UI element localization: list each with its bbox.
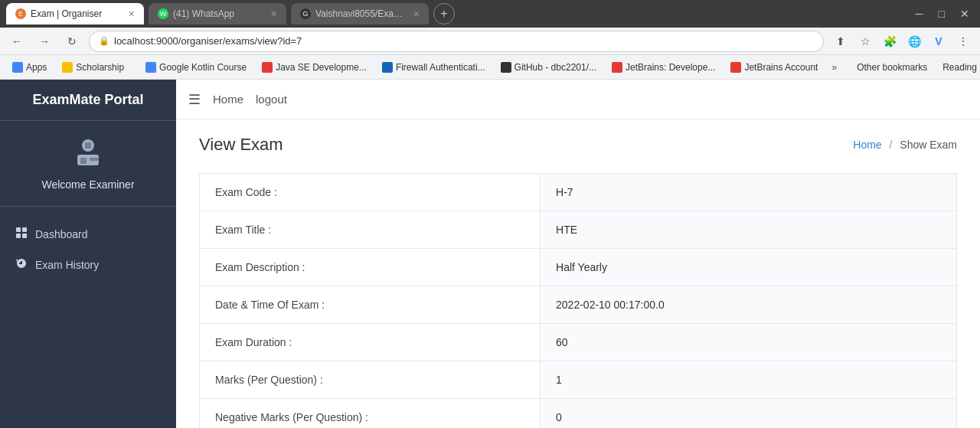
dashboard-label: Dashboard (35, 228, 88, 240)
tab-whatsapp[interactable]: W (41) WhatsApp ✕ (149, 3, 286, 25)
sidebar-user: Welcome Examiner (0, 121, 176, 207)
url-text: localhost:9000/organiser/exams/view?id=7 (114, 35, 302, 47)
translate-icon[interactable]: 🌐 (903, 31, 925, 52)
minimize-button[interactable]: ─ (911, 6, 928, 21)
window-controls: ─ □ ✕ (911, 6, 974, 21)
bookmarks-bar: Apps Scholarship Google Kotlin Course Ja… (0, 55, 980, 80)
svg-rect-6 (22, 227, 27, 232)
extension-icon[interactable]: 🧩 (879, 31, 900, 52)
bookmark-java[interactable]: Java SE Developme... (256, 60, 373, 74)
breadcrumb-home-link[interactable]: Home (853, 139, 881, 151)
sidebar-welcome-text: Welcome Examiner (12, 178, 164, 191)
close-button[interactable]: ✕ (956, 6, 974, 21)
table-row: Exam Title : HTE (200, 211, 957, 249)
bookmark-star-icon[interactable]: ☆ (854, 31, 876, 52)
svg-rect-5 (16, 227, 21, 232)
table-row: Exam Description : Half Yearly (200, 249, 957, 286)
field-label-field-description: Exam Description : (200, 249, 541, 286)
bookmark-jetbrains-acc[interactable]: JetBrains Account (724, 60, 824, 74)
main-content: ☰ Home logout View Exam Home / Show Exam… (176, 80, 980, 428)
bookmark-github[interactable]: GitHub - dbc2201/... (495, 60, 603, 74)
field-value-field-description: Half Yearly (541, 249, 957, 286)
tab-close-whatsapp[interactable]: ✕ (270, 9, 277, 19)
bookmark-jetbrains-dev[interactable]: JetBrains: Develope... (606, 60, 721, 74)
table-row: Exam Duration : 60 (200, 324, 957, 361)
bookmark-icon-github (501, 62, 511, 73)
bookmark-label-github: GitHub - dbc2201/... (514, 62, 596, 73)
address-bar-actions: ⬆ ☆ 🧩 🌐 V ⋮ (830, 31, 974, 52)
hamburger-menu-icon[interactable]: ☰ (188, 91, 201, 108)
bookmark-kotlin[interactable]: Google Kotlin Course (139, 60, 253, 74)
field-label-field-marks: Marks (Per Question) : (200, 361, 541, 399)
bookmark-label-other: Other bookmarks (857, 62, 927, 73)
sidebar-item-dashboard[interactable]: Dashboard (0, 219, 176, 250)
profile-icon[interactable]: V (928, 31, 949, 52)
exam-history-label: Exam History (35, 259, 99, 271)
bookmark-icon-kotlin (145, 62, 156, 73)
tab-label-whatsapp: (41) WhatsApp (173, 8, 234, 19)
field-value-field-title: HTE (541, 211, 957, 249)
breadcrumb-current: Show Exam (900, 139, 957, 151)
bookmark-icon-jetbrains-acc (730, 62, 741, 73)
forward-button[interactable]: → (34, 31, 55, 52)
bookmark-scholarship[interactable]: Scholarship (56, 60, 130, 74)
bookmark-firewall[interactable]: Firewall Authenticati... (376, 60, 492, 74)
tab-github[interactable]: G Vaishnavi8055/ExamMate-Portal ✕ (291, 3, 429, 25)
address-bar[interactable]: 🔒 localhost:9000/organiser/exams/view?id… (89, 31, 824, 52)
back-button[interactable]: ← (6, 31, 28, 52)
sidebar-logo: ExamMate Portal (0, 80, 176, 121)
page-header: View Exam Home / Show Exam (199, 135, 957, 155)
bookmark-label-java: Java SE Developme... (276, 62, 367, 73)
top-nav-home-link[interactable]: Home (213, 93, 243, 106)
bookmark-icon-jetbrains-dev (612, 62, 622, 73)
bookmark-icon-java (262, 62, 273, 73)
bookmark-label-apps: Apps (26, 62, 47, 73)
bookmark-label-kotlin: Google Kotlin Course (159, 62, 247, 73)
new-tab-button[interactable]: + (433, 3, 455, 25)
svg-rect-2 (90, 158, 99, 161)
field-label-field-duration: Exam Duration : (200, 324, 541, 361)
menu-dots-icon[interactable]: ⋮ (952, 31, 974, 52)
table-row: Negative Marks (Per Question) : 0 (200, 399, 957, 429)
tab-icon-exam: E (15, 8, 26, 19)
tab-exam[interactable]: E Exam | Organiser ✕ (6, 3, 144, 25)
maximize-button[interactable]: □ (934, 6, 949, 21)
tab-close-github[interactable]: ✕ (413, 9, 420, 19)
tab-label-exam: Exam | Organiser (31, 8, 102, 19)
svg-rect-7 (16, 234, 21, 238)
svg-rect-4 (85, 142, 91, 149)
bookmark-label-firewall: Firewall Authenticati... (396, 62, 485, 73)
table-row: Date & Time Of Exam : 2022-02-10 00:17:0… (200, 286, 957, 324)
svg-rect-1 (80, 158, 87, 164)
tab-icon-whatsapp: W (158, 8, 168, 19)
tab-close-exam[interactable]: ✕ (128, 9, 135, 19)
bookmark-label-jetbrains-acc: JetBrains Account (744, 62, 818, 73)
bookmark-reading[interactable]: Reading list (936, 60, 980, 74)
table-row: Exam Code : H-7 (200, 174, 957, 211)
field-value-field-code: H-7 (541, 174, 957, 211)
bookmark-apps[interactable]: Apps (6, 60, 53, 74)
field-label-field-datetime: Date & Time Of Exam : (200, 286, 541, 324)
field-label-field-title: Exam Title : (200, 211, 541, 249)
dashboard-icon (15, 227, 28, 242)
share-icon[interactable]: ⬆ (830, 31, 851, 52)
bookmark-other[interactable]: Other bookmarks (851, 60, 933, 74)
tab-icon-github: G (300, 8, 311, 19)
bookmarks-more-button[interactable]: » (827, 60, 841, 74)
breadcrumb: Home / Show Exam (853, 139, 957, 151)
refresh-button[interactable]: ↻ (61, 31, 83, 52)
sidebar-item-exam-history[interactable]: Exam History (0, 250, 176, 280)
top-nav-logout-link[interactable]: logout (256, 93, 287, 106)
lock-icon: 🔒 (99, 36, 109, 46)
bookmark-label-reading: Reading list (942, 62, 980, 73)
tab-label-github: Vaishnavi8055/ExamMate-Portal (315, 8, 407, 19)
field-value-field-marks: 1 (541, 361, 957, 399)
breadcrumb-separator: / (890, 139, 893, 151)
sidebar: ExamMate Portal Welcome Examiner (0, 80, 176, 428)
page-content: View Exam Home / Show Exam Exam Code : H… (176, 119, 980, 428)
app-container: ExamMate Portal Welcome Examiner (0, 80, 980, 428)
table-row: Marks (Per Question) : 1 (200, 361, 957, 399)
field-label-field-negative-marks: Negative Marks (Per Question) : (200, 399, 541, 429)
sidebar-nav: Dashboard Exam History (0, 207, 176, 292)
bookmark-icon-scholarship (62, 62, 73, 73)
